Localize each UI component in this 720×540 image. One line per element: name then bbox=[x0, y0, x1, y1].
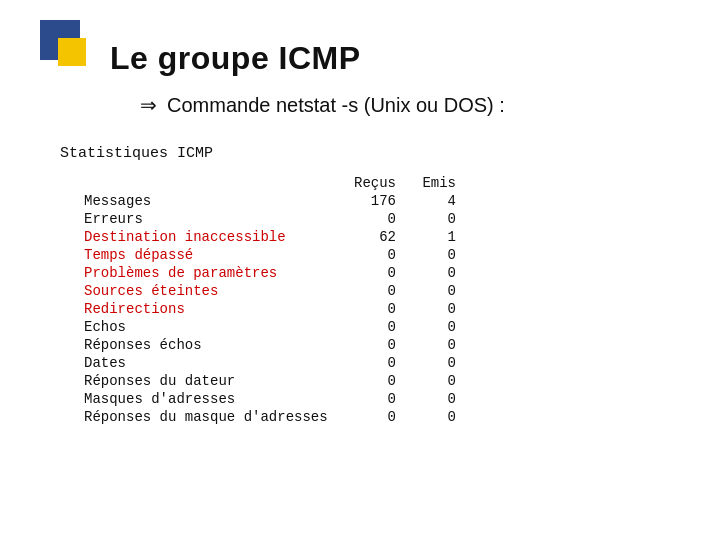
row-recus: 0 bbox=[340, 318, 400, 336]
row-recus: 0 bbox=[340, 390, 400, 408]
table-row: Dates00 bbox=[80, 354, 460, 372]
slide: Le groupe ICMP ⇒ Commande netstat -s (Un… bbox=[0, 0, 720, 540]
row-recus: 0 bbox=[340, 336, 400, 354]
decorative-squares bbox=[40, 20, 95, 75]
deco-yellow-square bbox=[58, 38, 86, 66]
subtitle-text: Commande netstat -s (Unix ou DOS) : bbox=[167, 94, 505, 117]
table-row: Réponses du dateur00 bbox=[80, 372, 460, 390]
row-emis: 0 bbox=[400, 336, 460, 354]
row-recus: 0 bbox=[340, 264, 400, 282]
row-emis: 0 bbox=[400, 390, 460, 408]
row-label: Problèmes de paramètres bbox=[80, 264, 340, 282]
table-row: Sources éteintes00 bbox=[80, 282, 460, 300]
col-header-recus: Reçus bbox=[340, 174, 400, 192]
row-emis: 0 bbox=[400, 246, 460, 264]
row-recus: 176 bbox=[340, 192, 400, 210]
row-label: Réponses du dateur bbox=[80, 372, 340, 390]
table-row: Messages1764 bbox=[80, 192, 460, 210]
row-recus: 0 bbox=[340, 300, 400, 318]
table-row: Réponses échos00 bbox=[80, 336, 460, 354]
row-emis: 0 bbox=[400, 408, 460, 426]
table-row: Problèmes de paramètres00 bbox=[80, 264, 460, 282]
row-emis: 0 bbox=[400, 264, 460, 282]
row-label: Dates bbox=[80, 354, 340, 372]
title-area: Le groupe ICMP ⇒ Commande netstat -s (Un… bbox=[110, 40, 680, 117]
row-recus: 0 bbox=[340, 372, 400, 390]
table-row: Temps dépassé00 bbox=[80, 246, 460, 264]
table-row: Destination inaccessible621 bbox=[80, 228, 460, 246]
row-emis: 0 bbox=[400, 300, 460, 318]
row-emis: 0 bbox=[400, 210, 460, 228]
row-recus: 0 bbox=[340, 282, 400, 300]
row-label: Redirections bbox=[80, 300, 340, 318]
row-label: Messages bbox=[80, 192, 340, 210]
table-row: Erreurs00 bbox=[80, 210, 460, 228]
row-emis: 0 bbox=[400, 282, 460, 300]
row-label: Echos bbox=[80, 318, 340, 336]
row-label: Erreurs bbox=[80, 210, 340, 228]
row-recus: 0 bbox=[340, 354, 400, 372]
stats-title: Statistiques ICMP bbox=[60, 145, 680, 162]
col-header-emis: Emis bbox=[400, 174, 460, 192]
table-header-row: Reçus Emis bbox=[80, 174, 460, 192]
stats-table: Reçus Emis Messages1764Erreurs00Destinat… bbox=[80, 174, 460, 426]
row-emis: 0 bbox=[400, 318, 460, 336]
row-recus: 0 bbox=[340, 246, 400, 264]
row-label: Temps dépassé bbox=[80, 246, 340, 264]
row-emis: 0 bbox=[400, 372, 460, 390]
row-emis: 4 bbox=[400, 192, 460, 210]
row-label: Sources éteintes bbox=[80, 282, 340, 300]
row-label: Réponses du masque d'adresses bbox=[80, 408, 340, 426]
col-header-label bbox=[80, 174, 340, 192]
table-row: Echos00 bbox=[80, 318, 460, 336]
table-row: Réponses du masque d'adresses00 bbox=[80, 408, 460, 426]
row-emis: 0 bbox=[400, 354, 460, 372]
row-label: Destination inaccessible bbox=[80, 228, 340, 246]
subtitle-row: ⇒ Commande netstat -s (Unix ou DOS) : bbox=[140, 93, 680, 117]
table-row: Masques d'adresses00 bbox=[80, 390, 460, 408]
row-label: Masques d'adresses bbox=[80, 390, 340, 408]
row-emis: 1 bbox=[400, 228, 460, 246]
row-recus: 0 bbox=[340, 210, 400, 228]
row-label: Réponses échos bbox=[80, 336, 340, 354]
arrow-icon: ⇒ bbox=[140, 93, 157, 117]
content-area: Statistiques ICMP Reçus Emis Messages176… bbox=[60, 145, 680, 426]
row-recus: 0 bbox=[340, 408, 400, 426]
row-recus: 62 bbox=[340, 228, 400, 246]
table-row: Redirections00 bbox=[80, 300, 460, 318]
page-title: Le groupe ICMP bbox=[110, 40, 680, 77]
